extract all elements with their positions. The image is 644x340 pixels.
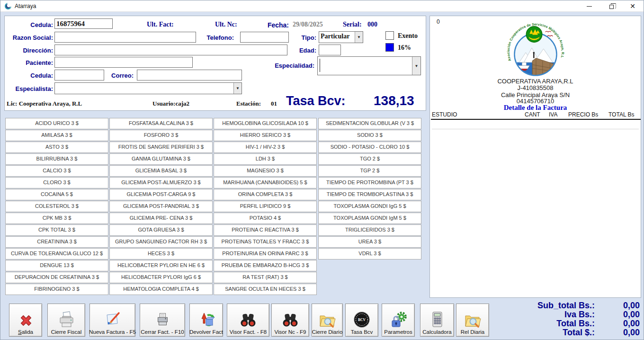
salida-button[interactable]: Salida — [9, 304, 42, 337]
lab-test-button[interactable]: PROTEINURIA EN ORINA PARC 3 $ — [214, 248, 317, 259]
total-bs-value: 0,00 — [595, 319, 640, 329]
lab-test-button[interactable]: ORINA COMPLETA 3 $ — [214, 189, 317, 200]
lab-test-button[interactable]: FIBRINOGENO 3 $ — [5, 284, 108, 295]
lab-test-button[interactable]: LDH 3 $ — [214, 153, 317, 165]
lab-test-button[interactable]: TGP 2 $ — [318, 165, 421, 177]
lab-test-button[interactable]: DEPURACION DE CREATININA 3 $ — [5, 272, 108, 283]
lab-test-button[interactable]: HEMATOLOGIA COMPLETA 4 $ — [109, 284, 213, 295]
lab-test-button[interactable]: TOXOPLASMA GONDI IgG 5 $ — [318, 201, 421, 212]
lab-test-button[interactable]: TGO 2 $ — [318, 153, 421, 165]
especialidad-dropdown-button[interactable]: ▼ — [412, 57, 420, 75]
lab-test-button[interactable]: FROTIS DE SANGRE PERIFERI 3 $ — [109, 142, 213, 153]
lab-test-button[interactable]: AMILASA 3 $ — [5, 130, 108, 141]
devolver-factura-button[interactable]: Devolver Fact — [189, 304, 223, 337]
cierre-fiscal-button[interactable]: Cierre Fiscal — [47, 304, 85, 337]
visor-nc-button[interactable]: Visor Nc - F9 — [271, 304, 309, 337]
first-row-divider — [432, 129, 639, 129]
lab-test-button[interactable]: CALCIO 3 $ — [5, 165, 108, 177]
lab-test-button[interactable]: GLICEMIA PRE- CENA 3 $ — [109, 213, 213, 224]
lab-test-button[interactable]: MAGNESIO 3 $ — [214, 165, 317, 177]
lab-test-button[interactable]: COLESTEROL 3 $ — [5, 201, 108, 212]
lab-test-button[interactable]: PERFIL LIPIDICO 9 $ — [214, 201, 317, 212]
lab-test-button[interactable]: HIERRO SERICO 3 $ — [214, 130, 317, 141]
total-bs-row: Total Bs.: 0,00 — [492, 319, 640, 329]
lab-test-button[interactable]: TIEMPO DE PROTROMBINA (PT 3 $ — [318, 177, 421, 188]
lab-test-button[interactable]: BILIRRUBINA 3 $ — [5, 153, 108, 165]
lab-column-1: ACIDO URICO 3 $AMILASA 3 $ASTO 3 $BILIRR… — [5, 118, 108, 295]
especialista-dropdown-button[interactable]: ▼ — [233, 83, 242, 94]
exento-label: Exento — [398, 32, 418, 40]
usuario-text: Usuario:caja2 — [152, 100, 189, 107]
lab-test-button[interactable]: UREA 3 $ — [318, 236, 421, 248]
nueva-factura-button[interactable]: Nueva Factura - F5 — [89, 304, 135, 337]
direccion-input[interactable] — [54, 45, 287, 55]
lab-test-button[interactable]: TOXOPLASMA GONDI IgM 5 $ — [318, 213, 421, 224]
lab-test-button[interactable]: HECES 3 $ — [109, 248, 213, 259]
lab-test-button[interactable]: SODIO 3 $ — [318, 130, 421, 141]
lab-test-button[interactable]: GOTA GRUESA 3 $ — [109, 224, 213, 236]
lab-test-button[interactable]: TRIGLICERIDOS 3 $ — [318, 224, 421, 236]
cedula-input[interactable] — [54, 18, 113, 29]
cedula-paciente-input[interactable] — [54, 70, 104, 81]
ult-nc-label: Ult. Nc: — [215, 21, 237, 28]
lab-test-button[interactable]: VDRL 3 $ — [318, 248, 421, 259]
lab-test-button[interactable]: HELICOBACTER PYLORI IgG 6 $ — [109, 272, 213, 283]
lab-test-button[interactable]: CLORO 3 $ — [5, 177, 108, 188]
company-name: COOPERATIVA ARAYA,R.L — [430, 78, 641, 85]
lab-test-button[interactable]: GLICEMIA POST-CARGA 9 $ — [109, 189, 213, 200]
lab-test-button[interactable]: FOSFORO 3 $ — [109, 130, 213, 141]
header-underline — [431, 119, 641, 120]
ult-fact-label: Ult. Fact: — [147, 21, 174, 28]
lab-test-button[interactable]: GLICEMIA POST-PANDRIAL 3 $ — [109, 201, 213, 212]
lab-test-button[interactable]: HEMOGLOBINA GLICOSILADA 10 $ — [214, 118, 317, 129]
iva-row: Iva Bs.: 0,00 — [492, 310, 640, 320]
lab-test-button[interactable]: POTASIO 4 $ — [214, 213, 317, 224]
lab-test-button[interactable]: DENGUE 13 $ — [5, 260, 108, 271]
exento-checkbox[interactable] — [385, 31, 394, 40]
invoice-form-panel: Cedula: Ult. Fact: Ult. Nc: Fecha: 29/08… — [4, 16, 426, 111]
lab-test-button[interactable]: GLICEMIA BASAL 3 $ — [109, 165, 213, 177]
lab-test-button[interactable]: MARIHUANA (CANNABIOIDES) 5 $ — [214, 177, 317, 188]
cierre-diario-button[interactable]: Cierre Diario — [312, 304, 343, 337]
license-text: Lic: Cooperativa Araya, R.L — [7, 100, 82, 107]
lab-test-button[interactable]: HELICOBACTER PYLORI EN HE 6 $ — [109, 260, 213, 271]
lab-test-button[interactable]: HIV-1 / HIV-2 3 $ — [214, 142, 317, 153]
close-button[interactable]: ✕ — [622, 0, 644, 12]
especialista-select[interactable]: ▼ — [54, 82, 242, 94]
lab-test-button[interactable]: PROTEINAS TOTALES Y FRACC 3 $ — [214, 236, 317, 248]
tipo-select[interactable]: Particular ▼ — [319, 31, 363, 43]
lab-test-button[interactable]: CREATININA 3 $ — [5, 236, 108, 248]
cerrar-factura-button[interactable]: Cerrar Fact. - F10 — [140, 304, 185, 337]
edad-input[interactable] — [319, 45, 341, 55]
lab-test-button[interactable]: SEDIMENTACION GLOBULAR (V 3 $ — [318, 118, 421, 129]
tasa-bcv-button[interactable]: BCV Tasa Bcv — [345, 304, 378, 337]
iva-indicator-square[interactable] — [385, 43, 394, 52]
rel-diaria-button[interactable]: Rel Diaria — [456, 304, 489, 337]
correo-input[interactable] — [137, 70, 242, 81]
paciente-input[interactable] — [54, 57, 193, 68]
especialidad-select[interactable]: ▼ — [317, 56, 421, 75]
visor-factura-button[interactable]: Visor Fact. - F8 — [227, 304, 269, 337]
minimize-button[interactable] — [578, 0, 600, 12]
lab-test-button[interactable]: ASTO 3 $ — [5, 142, 108, 153]
parametros-button[interactable]: Parametros — [382, 304, 415, 337]
lab-test-button[interactable]: CPK MB 3 $ — [5, 213, 108, 224]
restore-button[interactable] — [600, 0, 622, 12]
tipo-dropdown-button[interactable]: ▼ — [355, 32, 363, 43]
lab-test-button[interactable]: ACIDO URICO 3 $ — [5, 118, 108, 129]
lab-test-button[interactable]: RA TEST (RAT) 3 $ — [214, 272, 317, 283]
lab-test-button[interactable]: SANGRE OCULTA EN HECES 3 $ — [214, 284, 317, 295]
lab-test-button[interactable]: CPK TOTAL 3 $ — [5, 224, 108, 236]
lab-test-button[interactable]: COCAINA 5 $ — [5, 189, 108, 200]
lab-test-button[interactable]: GRUPO SANGUINEO FACTOR RH 3 $ — [109, 236, 213, 248]
lab-test-button[interactable]: PRUEBA DE EMBARAZO B-HCG 3 $ — [214, 260, 317, 271]
lab-test-button[interactable]: CURVA DE TOLERANCIA GLUCO 12 $ — [5, 248, 108, 259]
lab-test-button[interactable]: FOSFATASA ALCALINA 3 $ — [109, 118, 213, 129]
lab-test-button[interactable]: SODIO - POTASIO - CLORO 10 $ — [318, 142, 421, 153]
lab-test-button[interactable]: GANMA GLUTAMINA 3 $ — [109, 153, 213, 165]
calculadora-button[interactable]: Calculadora — [420, 304, 454, 337]
lab-test-button[interactable]: TIEMPO DE TROMBOPLASTINA 3 $ — [318, 189, 421, 200]
estacion-value: 01 — [271, 100, 277, 107]
lab-test-button[interactable]: GLICEMIA POST-ALMUERZO 3 $ — [109, 177, 213, 188]
lab-test-button[interactable]: PROTEINA C REACTIVA 3 $ — [214, 224, 317, 236]
